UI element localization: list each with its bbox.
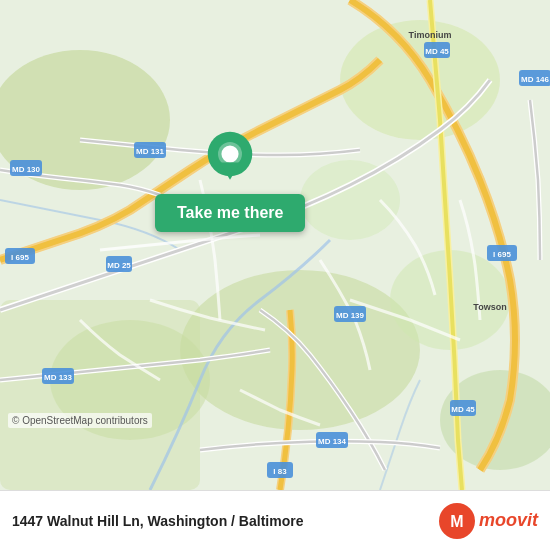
svg-text:I 695: I 695 [11, 253, 29, 262]
svg-text:I 83: I 83 [273, 467, 287, 476]
svg-rect-7 [0, 300, 200, 490]
svg-text:MD 133: MD 133 [44, 373, 73, 382]
moovit-brand-text: moovit [479, 510, 538, 531]
address-text: 1447 Walnut Hill Ln, Washington / Baltim… [12, 513, 303, 529]
map-container: MD 25 MD 131 MD 130 MD 45 MD 45 I 695 I … [0, 0, 550, 490]
map-attribution: © OpenStreetMap contributors [8, 413, 152, 428]
moovit-brand-icon: M [439, 503, 475, 539]
svg-text:Timonium: Timonium [409, 30, 452, 40]
map-pin-icon [200, 130, 260, 190]
svg-text:MD 130: MD 130 [12, 165, 41, 174]
svg-text:MD 146: MD 146 [521, 75, 550, 84]
info-bar: 1447 Walnut Hill Ln, Washington / Baltim… [0, 490, 550, 550]
info-left: 1447 Walnut Hill Ln, Washington / Baltim… [12, 513, 303, 529]
svg-text:M: M [450, 513, 463, 530]
svg-text:Towson: Towson [473, 302, 506, 312]
svg-text:MD 25: MD 25 [107, 261, 131, 270]
svg-text:MD 139: MD 139 [336, 311, 365, 320]
svg-text:MD 45: MD 45 [425, 47, 449, 56]
svg-text:I 695: I 695 [493, 250, 511, 259]
moovit-logo: M moovit [439, 503, 538, 539]
svg-point-37 [222, 145, 239, 162]
take-me-there-button[interactable]: Take me there [155, 194, 305, 232]
popup-container: Take me there [155, 130, 305, 232]
svg-text:MD 45: MD 45 [451, 405, 475, 414]
svg-text:MD 134: MD 134 [318, 437, 347, 446]
